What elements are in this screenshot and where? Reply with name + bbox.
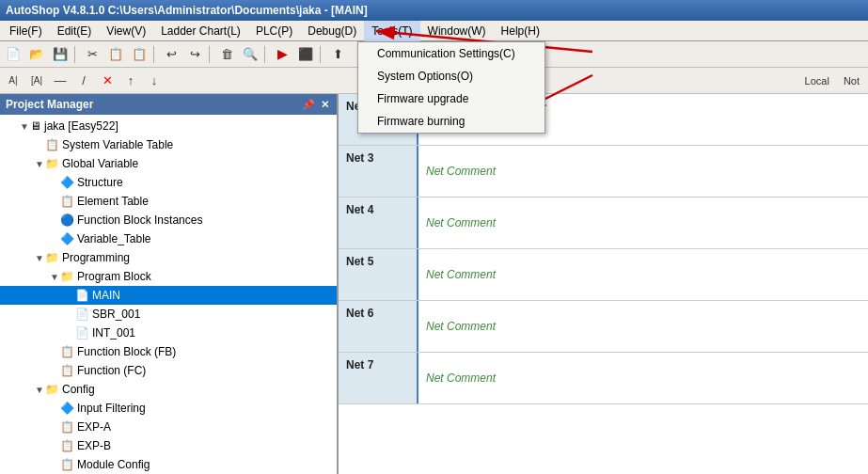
menu-tools[interactable]: Tools(T) [364,21,419,41]
menu-ladder[interactable]: Ladder Chart(L) [153,21,248,41]
tree-item-config[interactable]: ▼ 📁 Config [0,380,337,399]
tb-open[interactable]: 📂 [25,44,48,65]
menu-edit[interactable]: Edit(E) [50,21,100,41]
tb-stop[interactable]: ⬛ [294,44,317,65]
pm-close-btn[interactable]: ✕ [319,99,331,111]
pm-pin-btn[interactable]: 📌 [300,99,317,111]
menu-view[interactable]: View(V) [99,21,153,41]
net-content-5[interactable]: Net Comment [418,249,868,300]
tree-item-vartable[interactable]: 🔷 Variable_Table [0,229,337,248]
icon-structure: 🔷 [60,176,74,189]
icon-fbinst: 🔵 [60,213,74,227]
tb2-local[interactable]: Local [798,71,836,91]
tb-copy[interactable]: 📋 [104,44,127,65]
tb2-sep[interactable]: — [49,71,71,91]
expand-config[interactable]: ▼ [34,385,45,395]
tree-item-modconfig[interactable]: 📋 Module Config [0,455,337,474]
icon-progblock: 📁 [60,270,74,283]
tb-cut[interactable]: ✂ [81,44,103,65]
net-content-7[interactable]: Net Comment [418,353,868,403]
pm-title: Project Manager [6,98,93,111]
label-jaka: jaka [Easy522] [44,119,118,133]
tree-item-elemtable[interactable]: 📋 Element Table [0,192,337,211]
net-row-4: Net 4 Net Comment [339,198,868,249]
icon-globalvar: 📁 [45,157,59,170]
label-expb: EXP-B [77,439,111,452]
net-content-6[interactable]: Net Comment [418,301,868,352]
net-comment-3: Net Comment [426,165,496,178]
net-row-5: Net 5 Net Comment [339,249,868,301]
tb2-down[interactable]: ↓ [143,71,166,91]
icon-expa: 📋 [60,420,74,434]
sep2 [153,46,157,63]
project-tree: ▼ 🖥 jaka [Easy522] 📋 System Variable Tab… [0,115,337,474]
tb2-up[interactable]: ↑ [119,71,142,91]
tb-new[interactable]: 📄 [2,44,24,65]
tb-redo[interactable]: ↪ [183,44,206,65]
tb2-not[interactable]: Not [837,71,866,91]
expand-expb [49,441,60,451]
expand-progblock[interactable]: ▼ [49,272,60,282]
net-row-7: Net 7 Net Comment [339,353,868,404]
tb-run[interactable]: ▶ [271,44,293,65]
tree-item-structure[interactable]: 🔷 Structure [0,173,337,192]
tree-item-expb[interactable]: 📋 EXP-B [0,436,337,455]
tree-item-expa[interactable]: 📋 EXP-A [0,418,337,436]
ladder-area: Net 2 Net Comment Net 3 Net Comment Net … [339,94,868,474]
icon-funcblockfb: 📋 [60,345,74,358]
tree-item-fbinst[interactable]: 🔵 Function Block Instances [0,211,337,229]
menu-file[interactable]: File(F) [2,21,50,41]
tb2-x[interactable]: ✕ [96,71,118,91]
tree-item-funcblockfb[interactable]: 📋 Function Block (FB) [0,342,337,361]
menu-firmware-upgrade[interactable]: Firmware upgrade [358,87,544,110]
tree-item-funcfc[interactable]: 📋 Function (FC) [0,361,337,380]
tree-item-sysvar[interactable]: 📋 System Variable Table [0,135,337,154]
menu-help[interactable]: Help(H) [494,21,547,41]
label-globalvar: Global Variable [62,157,138,170]
tree-item-inputfilter[interactable]: 🔷 Input Filtering [0,399,337,418]
tb-save[interactable]: 💾 [49,44,71,65]
menubar: File(F) Edit(E) View(V) Ladder Chart(L) … [0,21,868,41]
icon-int001: 📄 [75,326,89,340]
tools-dropdown-menu: Communication Settings(C) System Options… [357,41,545,134]
tb-upload[interactable]: ⬆ [326,44,349,65]
menu-comm-settings[interactable]: Communication Settings(C) [358,42,544,65]
expand-funcblockfb [49,347,60,357]
label-funcfc: Function (FC) [77,364,146,377]
tb-delete[interactable]: 🗑 [215,44,238,65]
menu-system-options[interactable]: System Options(O) [358,65,544,87]
net-content-4[interactable]: Net Comment [418,198,868,248]
expand-globalvar[interactable]: ▼ [34,159,45,169]
expand-main [64,291,75,301]
net-content-3[interactable]: Net Comment [418,146,868,197]
icon-programming: 📁 [45,251,59,264]
tree-item-progblock[interactable]: ▼ 📁 Program Block [0,267,337,286]
icon-sysvar: 📋 [45,138,59,151]
expand-jaka[interactable]: ▼ [19,121,30,132]
tree-item-programming[interactable]: ▼ 📁 Programming [0,248,337,267]
tree-item-main[interactable]: 📄 MAIN [0,286,337,305]
expand-modconfig [49,460,60,470]
tb2-btn2[interactable]: [A| [25,71,48,91]
tree-item-sbr001[interactable]: 📄 SBR_001 [0,305,337,324]
tb-undo[interactable]: ↩ [160,44,182,65]
tb-find[interactable]: 🔍 [239,44,261,65]
net-label-7: Net 7 [339,353,418,403]
expand-programming[interactable]: ▼ [34,253,45,263]
tb2-diag[interactable]: / [72,71,95,91]
net-label-4: Net 4 [339,198,418,248]
menu-firmware-burning[interactable]: Firmware burning [358,110,544,133]
icon-expb: 📋 [60,439,74,452]
icon-config: 📁 [45,383,59,396]
titlebar: AutoShop V4.8.1.0 C:\Users\Administrator… [0,0,868,21]
sep4 [264,46,268,63]
tree-item-globalvar[interactable]: ▼ 📁 Global Variable [0,154,337,173]
menu-window[interactable]: Window(W) [420,21,494,41]
tb2-btn1[interactable]: A| [2,71,24,91]
tree-item-int001[interactable]: 📄 INT_001 [0,324,337,342]
menu-plc[interactable]: PLC(P) [248,21,300,41]
icon-inputfilter: 🔷 [60,402,74,415]
menu-debug[interactable]: Debug(D) [300,21,364,41]
tb-paste[interactable]: 📋 [128,44,150,65]
tree-item-jaka[interactable]: ▼ 🖥 jaka [Easy522] [0,117,337,135]
